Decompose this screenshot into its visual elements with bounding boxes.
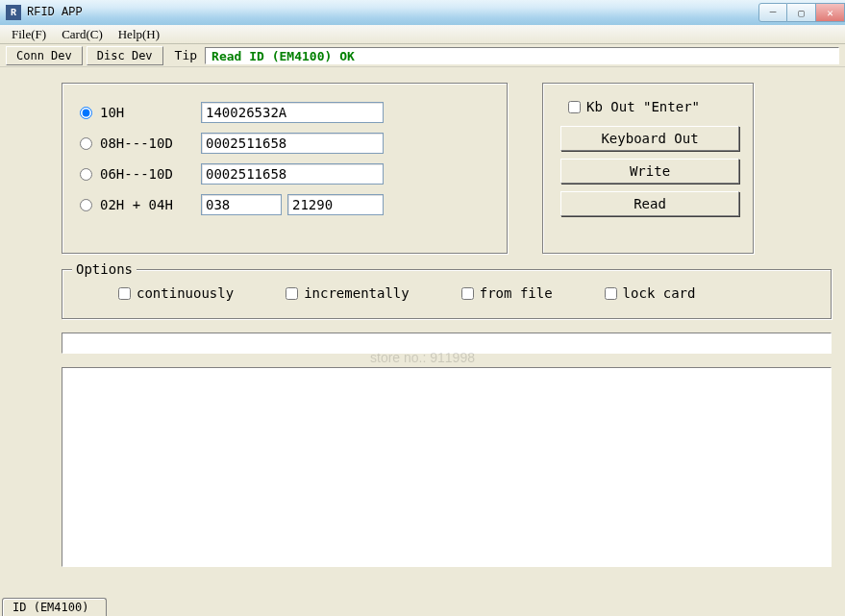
value-08h-10d-input[interactable] [201, 133, 384, 154]
tip-text: Read ID (EM4100) OK [205, 47, 839, 64]
tip-label: Tip [167, 48, 201, 62]
value-10h-input[interactable] [201, 102, 384, 123]
radio-02h-04h[interactable]: 02H + 04H [76, 197, 201, 212]
opt-from-file[interactable]: from file [461, 285, 553, 301]
status-tab-label[interactable]: ID (EM4100) [2, 598, 107, 616]
radio-02h-04h-input[interactable] [80, 199, 92, 211]
radio-06h-10d-label: 06H---10D [100, 166, 173, 182]
value-04h-input[interactable] [287, 194, 384, 215]
menu-bar: File(F) Card(C) Help(H) [0, 25, 845, 44]
opt-from-file-label: from file [480, 285, 553, 301]
client-area: 10H 08H---10D 06H---10D [0, 67, 845, 616]
read-button[interactable]: Read [560, 191, 739, 216]
opt-incrementally-label: incrementally [304, 285, 410, 301]
menu-file[interactable]: File(F) [4, 25, 54, 44]
options-legend: Options [72, 261, 137, 277]
radio-08h-10d-input[interactable] [80, 137, 92, 150]
menu-help[interactable]: Help(H) [111, 25, 167, 44]
keyboard-out-button[interactable]: Keyboard Out [560, 126, 739, 151]
toolbar: Conn Dev Disc Dev Tip Read ID (EM4100) O… [0, 44, 845, 67]
value-02h-input[interactable] [201, 194, 282, 215]
opt-lock-card[interactable]: lock card [605, 285, 696, 301]
disc-dev-button[interactable]: Disc Dev [87, 46, 163, 65]
log-area[interactable] [62, 367, 832, 567]
blank-field[interactable] [62, 333, 832, 354]
opt-continuously-label: continuously [137, 285, 234, 301]
minimize-button[interactable]: ─ [758, 3, 787, 22]
close-button[interactable]: ✕ [816, 3, 845, 22]
opt-lock-card-label: lock card [623, 285, 696, 301]
options-group: Options continuously incrementally from … [62, 269, 832, 319]
value-06h-10d-input[interactable] [201, 163, 384, 185]
kb-out-enter-checkbox[interactable] [568, 101, 581, 113]
format-group: 10H 08H---10D 06H---10D [62, 83, 508, 254]
radio-10h-input[interactable] [80, 107, 92, 119]
menu-card[interactable]: Card(C) [54, 25, 111, 44]
radio-08h-10d-label: 08H---10D [100, 136, 173, 151]
window-titlebar: R RFID APP ─ ▢ ✕ [0, 0, 845, 25]
opt-from-file-checkbox[interactable] [461, 287, 474, 300]
window-title: RFID APP [27, 6, 83, 19]
radio-06h-10d[interactable]: 06H---10D [76, 166, 201, 182]
opt-incrementally-checkbox[interactable] [286, 287, 298, 300]
radio-08h-10d[interactable]: 08H---10D [76, 136, 201, 151]
status-tab: ID (EM4100) [2, 597, 107, 616]
app-icon: R [6, 5, 21, 20]
kb-out-enter-label: Kb Out "Enter" [586, 99, 700, 114]
radio-02h-04h-label: 02H + 04H [100, 197, 173, 212]
radio-10h-label: 10H [100, 105, 124, 120]
conn-dev-button[interactable]: Conn Dev [6, 46, 83, 65]
radio-06h-10d-input[interactable] [80, 168, 92, 181]
opt-continuously[interactable]: continuously [118, 285, 234, 301]
action-group: Kb Out "Enter" Keyboard Out Write Read [542, 83, 754, 254]
opt-continuously-checkbox[interactable] [118, 287, 131, 300]
write-button[interactable]: Write [560, 159, 739, 184]
kb-out-enter-check[interactable]: Kb Out "Enter" [568, 97, 739, 116]
opt-incrementally[interactable]: incrementally [286, 285, 410, 301]
maximize-button[interactable]: ▢ [787, 3, 816, 22]
radio-10h[interactable]: 10H [76, 105, 201, 120]
opt-lock-card-checkbox[interactable] [605, 287, 617, 300]
